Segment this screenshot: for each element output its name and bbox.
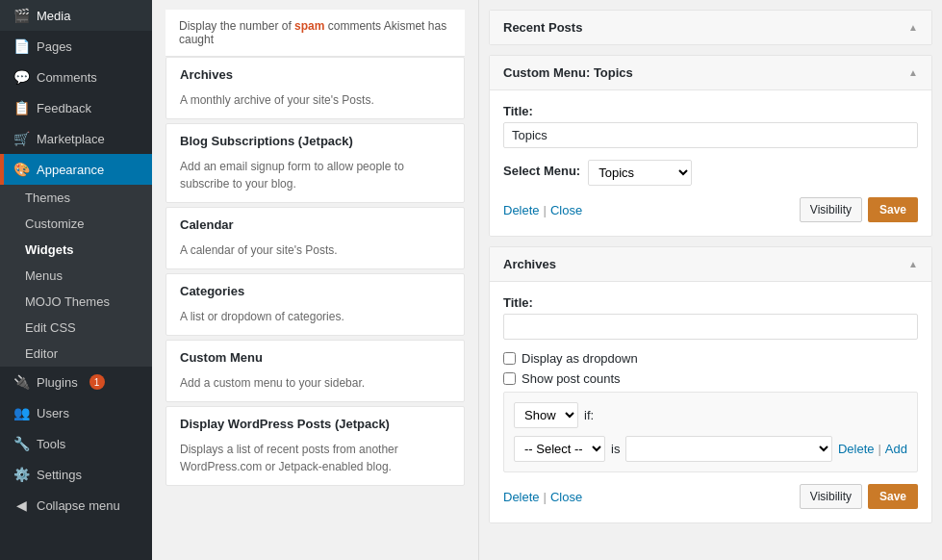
- widget-blog-subscriptions[interactable]: Blog Subscriptions (Jetpack) Add an emai…: [165, 123, 465, 203]
- sidebar-sub-menus[interactable]: Menus: [0, 263, 152, 289]
- sidebar-item-users[interactable]: 👥 Users: [0, 397, 152, 428]
- sidebar-item-pages[interactable]: 📄 Pages: [0, 31, 152, 62]
- custom-menu-save-btn[interactable]: Save: [868, 197, 918, 222]
- custom-menu-link-group: Delete | Close: [503, 203, 582, 217]
- custom-menu-visibility-btn[interactable]: Visibility: [800, 197, 862, 222]
- sidebar-item-collapse[interactable]: ◀ Collapse menu: [0, 490, 152, 521]
- sidebar-sub-widgets[interactable]: Widgets: [0, 237, 152, 263]
- archives-title-label: Title:: [503, 295, 918, 310]
- panel-recent-posts: Recent Posts ▲: [489, 10, 932, 45]
- archives-dropdown-label: Display as dropdown: [522, 351, 638, 366]
- archives-actions: Delete | Close Visibility Save: [503, 484, 918, 509]
- archives-postcounts-row: Show post counts: [503, 371, 918, 386]
- sidebar-label-settings: Settings: [37, 468, 82, 482]
- widget-calendar-desc: A calendar of your site's Posts.: [166, 242, 464, 268]
- archives-dropdown-checkbox[interactable]: [503, 352, 516, 365]
- archives-visibility-btn[interactable]: Visibility: [800, 484, 862, 509]
- users-icon: 👥: [13, 405, 29, 420]
- archives-is-value-select[interactable]: [625, 436, 832, 462]
- tools-icon: 🔧: [13, 436, 29, 451]
- sidebar-item-tools[interactable]: 🔧 Tools: [0, 428, 152, 459]
- widget-custom-menu-title: Custom Menu: [166, 341, 464, 374]
- separator-1: |: [544, 203, 547, 217]
- widget-calendar-title: Calendar: [166, 208, 464, 242]
- sidebar-label-tools: Tools: [37, 437, 65, 451]
- sidebar-sub-themes[interactable]: Themes: [0, 185, 152, 211]
- plugins-icon: 🔌: [13, 374, 29, 390]
- archives-condition-bottom: -- Select -- is Delete | Add: [514, 436, 907, 462]
- sidebar-sub-customize[interactable]: Customize: [0, 211, 152, 237]
- widget-display-wp-posts[interactable]: Display WordPress Posts (Jetpack) Displa…: [165, 406, 465, 486]
- plugins-badge: 1: [89, 374, 105, 390]
- custom-menu-title-label: Title:: [503, 104, 918, 118]
- sidebar-item-comments[interactable]: 💬 Comments: [0, 62, 152, 92]
- custom-menu-select-row: Select Menu: Topics Main Menu Footer Men…: [503, 160, 918, 186]
- right-panel: Recent Posts ▲ Custom Menu: Topics ▲ Tit…: [479, 0, 942, 560]
- separator-2: |: [878, 442, 880, 456]
- sidebar-sub-mojo-themes[interactable]: MOJO Themes: [0, 289, 152, 315]
- archives-btn-group: Visibility Save: [800, 484, 918, 509]
- sidebar-sub-edit-css[interactable]: Edit CSS: [0, 315, 152, 341]
- panel-custom-menu-header[interactable]: Custom Menu: Topics ▲: [490, 56, 931, 90]
- widget-display-wp-title: Display WordPress Posts (Jetpack): [166, 407, 464, 441]
- panel-archives-body: Title: Display as dropdown Show post cou…: [490, 282, 931, 522]
- archives-condition-add-btn[interactable]: Add: [885, 442, 907, 456]
- widget-calendar[interactable]: Calendar A calendar of your site's Posts…: [165, 207, 465, 269]
- top-notice: Display the number of spam comments Akis…: [165, 10, 465, 57]
- archives-show-select[interactable]: Show Hide: [514, 402, 578, 428]
- widget-list: Display the number of spam comments Akis…: [152, 0, 479, 560]
- panel-custom-menu-title: Custom Menu: Topics: [503, 65, 633, 80]
- sidebar-sub-editor[interactable]: Editor: [0, 341, 152, 367]
- panel-recent-posts-header[interactable]: Recent Posts ▲: [490, 11, 931, 44]
- sidebar-item-settings[interactable]: ⚙️ Settings: [0, 459, 152, 490]
- archives-delete-btn[interactable]: Delete: [503, 490, 540, 504]
- widget-archives[interactable]: Archives A monthly archive of your site'…: [165, 57, 465, 119]
- chevron-up-icon-2: ▲: [908, 67, 918, 78]
- panel-custom-menu: Custom Menu: Topics ▲ Title: Select Menu…: [489, 55, 932, 237]
- panel-archives-header[interactable]: Archives ▲: [490, 247, 931, 282]
- appearance-submenu: Themes Customize Widgets Menus MOJO Them…: [0, 185, 152, 367]
- archives-condition-delete-btn[interactable]: Delete: [838, 442, 875, 456]
- sidebar: 🎬 Media 📄 Pages 💬 Comments 📋 Feedback 🛒 …: [0, 0, 152, 560]
- sidebar-label-media: Media: [37, 9, 70, 23]
- widget-categories-desc: A list or dropdown of categories.: [166, 308, 464, 335]
- feedback-icon: 📋: [13, 100, 29, 115]
- custom-menu-select-label: Select Menu:: [503, 164, 580, 178]
- sidebar-item-media[interactable]: 🎬 Media: [0, 0, 152, 31]
- sidebar-label-appearance: Appearance: [37, 163, 104, 177]
- sidebar-label-pages: Pages: [37, 39, 72, 54]
- archives-if-text: if:: [584, 408, 594, 422]
- custom-menu-actions: Delete | Close Visibility Save: [503, 197, 918, 222]
- archives-condition: Show Hide if: -- Select -- is: [503, 392, 918, 472]
- archives-close-btn[interactable]: Close: [550, 490, 582, 504]
- sidebar-label-marketplace: Marketplace: [37, 132, 105, 146]
- archives-title-row: Title:: [503, 295, 918, 340]
- media-icon: 🎬: [13, 8, 29, 23]
- archives-save-btn[interactable]: Save: [868, 484, 918, 509]
- custom-menu-delete-btn[interactable]: Delete: [503, 203, 540, 217]
- widget-custom-menu[interactable]: Custom Menu Add a custom menu to your si…: [165, 340, 465, 402]
- sidebar-label-comments: Comments: [37, 70, 97, 85]
- sidebar-item-marketplace[interactable]: 🛒 Marketplace: [0, 123, 152, 154]
- sidebar-label-feedback: Feedback: [37, 101, 91, 115]
- sidebar-label-plugins: Plugins: [37, 375, 78, 390]
- archives-postcounts-checkbox[interactable]: [503, 372, 516, 385]
- widget-blog-sub-desc: Add an email signup form to allow people…: [166, 158, 464, 202]
- sidebar-item-appearance[interactable]: 🎨 Appearance: [0, 154, 152, 185]
- archives-dropdown-row: Display as dropdown: [503, 351, 918, 366]
- archives-select-condition[interactable]: -- Select --: [514, 436, 605, 462]
- archives-condition-actions: Delete | Add: [838, 442, 907, 456]
- chevron-up-icon: ▲: [908, 22, 918, 33]
- panel-custom-menu-body: Title: Select Menu: Topics Main Menu Foo…: [490, 90, 931, 236]
- custom-menu-select[interactable]: Topics Main Menu Footer Menu: [588, 160, 692, 186]
- collapse-icon: ◀: [13, 497, 29, 513]
- custom-menu-title-input[interactable]: [503, 122, 918, 148]
- panel-recent-posts-title: Recent Posts: [503, 20, 582, 35]
- marketplace-icon: 🛒: [13, 131, 29, 146]
- sidebar-item-feedback[interactable]: 📋 Feedback: [0, 92, 152, 123]
- main-area: Display the number of spam comments Akis…: [152, 0, 942, 560]
- custom-menu-close-btn[interactable]: Close: [550, 203, 582, 217]
- sidebar-item-plugins[interactable]: 🔌 Plugins 1: [0, 367, 152, 397]
- widget-categories[interactable]: Categories A list or dropdown of categor…: [165, 273, 465, 336]
- archives-title-input[interactable]: [503, 314, 918, 340]
